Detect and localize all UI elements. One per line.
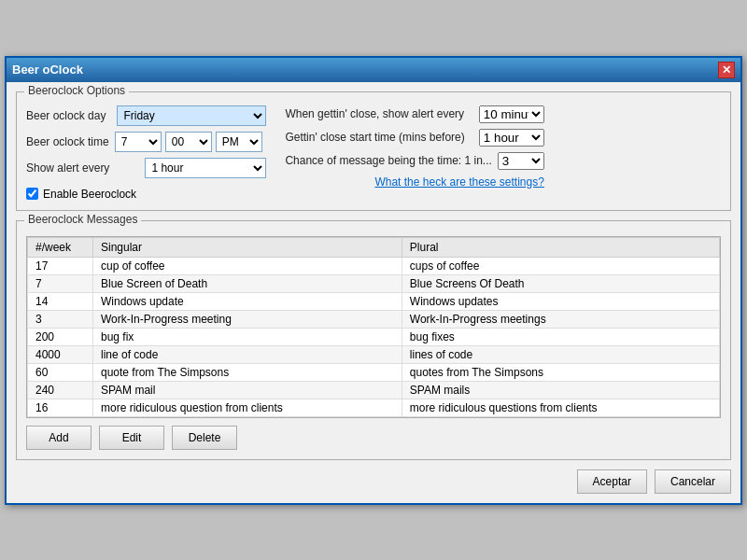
cell-plural: lines of code <box>402 345 719 363</box>
messages-table: #/week Singular Plural 17 cup of coffee … <box>27 237 720 417</box>
table-row[interactable]: 14 Windows update Windows updates <box>28 292 720 310</box>
beer-day-label: Beer oclock day <box>26 109 106 122</box>
chance-row: Chance of message being the time: 1 in..… <box>285 152 543 170</box>
hour-select[interactable]: 7 1234 5689 101112 <box>115 132 162 152</box>
table-row[interactable]: 17 cup of coffee cups of coffee <box>28 257 720 274</box>
cell-singular: more ridiculous question from clients <box>93 399 402 416</box>
cell-plural: cups of coffee <box>402 257 719 274</box>
cell-week: 7 <box>28 274 93 292</box>
cell-singular: Windows update <box>93 292 402 310</box>
start-time-label: Gettin' close start time (mins before) <box>285 131 472 144</box>
cell-plural: Windows updates <box>402 292 719 310</box>
cell-singular: bug fix <box>93 328 402 345</box>
enable-row: Enable Beeroclock <box>26 188 266 201</box>
beer-day-select[interactable]: Friday Monday Tuesday Wednesday Thursday… <box>117 105 266 126</box>
left-options-col: Beer oclock day Friday Monday Tuesday We… <box>26 105 266 201</box>
cell-plural: quotes from The Simpsons <box>402 363 719 381</box>
start-time-select[interactable]: 1 hour 30 minutes45 minutes1.5 hours2 ho… <box>479 129 544 147</box>
table-row[interactable]: 7 Blue Screen of Death Blue Screens Of D… <box>28 274 720 292</box>
close-button[interactable]: ✕ <box>718 62 735 78</box>
options-group: Beeroclock Options Beer oclock day Frida… <box>16 91 731 211</box>
cell-week: 16 <box>28 399 93 416</box>
cell-plural: bug fixes <box>402 328 719 345</box>
show-alert-row: Show alert every 1 hour 5 minutes10 minu… <box>26 158 266 178</box>
table-row[interactable]: 4000 line of code lines of code <box>28 345 720 363</box>
table-row[interactable]: 16 more ridiculous question from clients… <box>28 399 720 416</box>
enable-checkbox[interactable] <box>26 188 38 200</box>
edit-button[interactable]: Edit <box>99 426 164 450</box>
cell-singular: quote from The Simpsons <box>93 363 402 381</box>
cell-week: 4000 <box>28 345 93 363</box>
messages-tbody: 17 cup of coffee cups of coffee 7 Blue S… <box>28 257 720 416</box>
ampm-select[interactable]: PMAM <box>216 132 262 152</box>
show-alert-select[interactable]: 1 hour 5 minutes10 minutes 15 minutes30 … <box>145 158 266 178</box>
title-bar: Beer oClock ✕ <box>7 58 740 82</box>
cell-singular: SPAM mail <box>93 381 402 399</box>
table-row[interactable]: 3 Work-In-Progress meeting Work-In-Progr… <box>28 310 720 328</box>
chance-label: Chance of message being the time: 1 in..… <box>285 154 491 167</box>
cell-plural: Work-In-Progress meetings <box>402 310 719 328</box>
col-week: #/week <box>28 237 93 257</box>
cell-week: 60 <box>28 363 93 381</box>
cell-singular: Work-In-Progress meeting <box>93 310 402 328</box>
cell-plural: more ridiculous questions from clients <box>402 399 719 416</box>
cell-week: 240 <box>28 381 93 399</box>
help-link[interactable]: What the heck are these settings? <box>374 175 543 189</box>
message-buttons: Add Edit Delete <box>26 426 721 450</box>
table-header: #/week Singular Plural <box>28 237 720 257</box>
window-title: Beer oClock <box>12 63 83 77</box>
cell-week: 17 <box>28 257 93 274</box>
help-row: What the heck are these settings? <box>285 175 543 189</box>
start-time-row: Gettin' close start time (mins before) 1… <box>285 129 543 147</box>
cell-singular: line of code <box>93 345 402 363</box>
col-plural: Plural <box>402 237 719 257</box>
add-button[interactable]: Add <box>26 426 92 450</box>
cell-week: 3 <box>28 310 93 328</box>
accept-button[interactable]: Aceptar <box>577 469 647 494</box>
alert-interval-label: When gettin' close, show alert every <box>285 107 472 120</box>
options-group-title: Beeroclock Options <box>24 84 129 97</box>
enable-label: Enable Beeroclock <box>43 188 136 201</box>
cell-week: 200 <box>28 328 93 345</box>
beer-time-row: Beer oclock time 7 1234 5689 101112 0015… <box>26 132 266 152</box>
header-row: #/week Singular Plural <box>28 237 720 257</box>
table-row[interactable]: 60 quote from The Simpsons quotes from T… <box>28 363 720 381</box>
messages-table-wrapper: #/week Singular Plural 17 cup of coffee … <box>26 236 721 418</box>
right-options-col: When gettin' close, show alert every 10 … <box>285 105 543 201</box>
time-selects: 7 1234 5689 101112 00153045 PMAM <box>115 132 262 152</box>
messages-group: Beeroclock Messages #/week Singular Plur… <box>16 220 731 460</box>
cell-plural: Blue Screens Of Death <box>402 274 719 292</box>
beer-time-label: Beer oclock time <box>26 135 109 148</box>
table-row[interactable]: 200 bug fix bug fixes <box>28 328 720 345</box>
delete-button[interactable]: Delete <box>172 426 237 450</box>
cell-singular: Blue Screen of Death <box>93 274 402 292</box>
alert-interval-row: When gettin' close, show alert every 10 … <box>285 105 543 123</box>
beer-day-row: Beer oclock day Friday Monday Tuesday We… <box>26 105 266 126</box>
alert-interval-select[interactable]: 10 minutes 5 minutes15 minutes30 minutes <box>479 105 544 123</box>
cell-singular: cup of coffee <box>93 257 402 274</box>
minute-select[interactable]: 00153045 <box>165 132 212 152</box>
table-row[interactable]: 240 SPAM mail SPAM mails <box>28 381 720 399</box>
messages-group-title: Beeroclock Messages <box>24 213 141 226</box>
cell-plural: SPAM mails <box>402 381 719 399</box>
chance-select[interactable]: 31245 <box>498 152 544 170</box>
col-singular: Singular <box>93 237 402 257</box>
main-window: Beer oClock ✕ Beeroclock Options Beer oc… <box>5 56 742 505</box>
cell-week: 14 <box>28 292 93 310</box>
footer-buttons: Aceptar Cancelar <box>16 469 731 494</box>
window-body: Beeroclock Options Beer oclock day Frida… <box>7 82 740 503</box>
show-alert-label: Show alert every <box>26 161 109 175</box>
cancel-button[interactable]: Cancelar <box>655 469 731 494</box>
